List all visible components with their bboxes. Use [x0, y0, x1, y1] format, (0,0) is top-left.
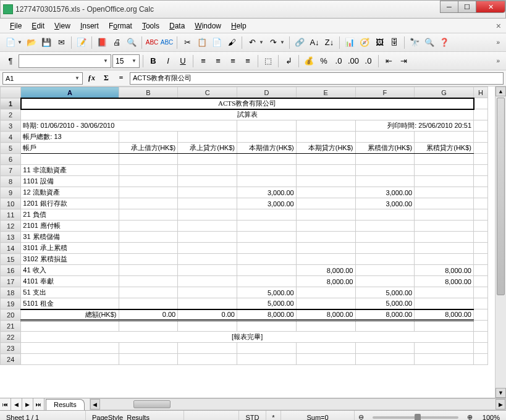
cell[interactable]: 0.00: [178, 309, 237, 321]
function-wizard-icon[interactable]: ƒx: [85, 72, 98, 85]
row-header[interactable]: 12: [1, 220, 21, 232]
cell[interactable]: 8,000.00: [296, 309, 355, 321]
menu-window[interactable]: Window: [190, 20, 226, 32]
cell[interactable]: [119, 265, 178, 276]
cell[interactable]: [415, 187, 474, 198]
sort-desc-icon[interactable]: Z↓: [323, 36, 336, 49]
cell[interactable]: 本期借方(HK$): [237, 143, 297, 154]
cell[interactable]: [178, 265, 237, 276]
cell[interactable]: [355, 154, 415, 165]
scroll-right-icon[interactable]: ▶: [495, 399, 505, 410]
cell[interactable]: 31 累積儲備: [21, 232, 119, 243]
cell[interactable]: 8,000.00: [237, 309, 297, 321]
zoom-value[interactable]: 100%: [476, 414, 506, 421]
cell[interactable]: 1101 設備: [21, 176, 119, 187]
cell[interactable]: [296, 176, 355, 187]
redo-dropdown[interactable]: ▼: [280, 40, 286, 45]
menu-file[interactable]: File: [5, 20, 27, 32]
cell[interactable]: 3102 累積損益: [21, 254, 119, 265]
cell[interactable]: [415, 287, 474, 298]
row-header[interactable]: 8: [1, 176, 21, 187]
row-header[interactable]: 17: [1, 276, 21, 287]
zoom-in-icon[interactable]: ⊕: [463, 413, 476, 420]
cell[interactable]: [355, 276, 415, 287]
cell[interactable]: [296, 287, 355, 298]
cell[interactable]: [415, 298, 474, 309]
redo-icon[interactable]: ↷: [266, 36, 280, 49]
cell[interactable]: 總額(HK$): [21, 309, 119, 321]
cell[interactable]: 承上貸方(HK$): [178, 143, 237, 154]
cell[interactable]: [355, 232, 415, 243]
cell[interactable]: [237, 220, 297, 232]
cell[interactable]: [355, 265, 415, 276]
undo-dropdown[interactable]: ▼: [259, 40, 265, 45]
cell[interactable]: [355, 165, 415, 176]
italic-icon[interactable]: I: [161, 54, 175, 68]
menu-view[interactable]: View: [49, 20, 75, 32]
row-header[interactable]: 10: [1, 198, 21, 209]
row-header[interactable]: 20: [1, 309, 21, 321]
gallery-icon[interactable]: 🖼: [373, 36, 386, 49]
zoom-slider[interactable]: [373, 416, 458, 419]
cell[interactable]: [296, 298, 355, 309]
row-header[interactable]: 9: [1, 187, 21, 198]
cell[interactable]: [237, 265, 297, 276]
cell[interactable]: 8,000.00: [355, 309, 415, 321]
cell[interactable]: 列印時間: 25/06/2010 20:51: [355, 120, 474, 132]
menu-insert[interactable]: Insert: [75, 20, 104, 32]
format-paint-icon[interactable]: 🖌: [225, 36, 238, 49]
styles-icon[interactable]: ¶: [4, 54, 17, 68]
row-header[interactable]: 3: [1, 120, 21, 132]
row-header[interactable]: 4: [1, 132, 21, 143]
cell[interactable]: 5,000.00: [237, 287, 297, 298]
cell[interactable]: [237, 243, 297, 254]
horizontal-scrollbar[interactable]: ◀ ▶: [90, 398, 506, 410]
cell[interactable]: [415, 232, 474, 243]
zoom-out-icon[interactable]: ⊖: [355, 413, 368, 420]
scroll-thumb[interactable]: [497, 98, 505, 295]
cell[interactable]: 承上借方(HK$): [119, 143, 178, 154]
cell[interactable]: 4101 奉獻: [21, 276, 119, 287]
col-header-D[interactable]: D: [237, 87, 297, 98]
sheet-tab-results[interactable]: Results: [46, 399, 85, 410]
cell[interactable]: [178, 176, 237, 187]
tab-first-icon[interactable]: ⏮: [0, 398, 11, 410]
col-header-E[interactable]: E: [296, 87, 355, 98]
cell[interactable]: [355, 209, 415, 220]
col-header-G[interactable]: G: [415, 87, 474, 98]
scroll-down-icon[interactable]: ▼: [495, 388, 506, 398]
tab-next-icon[interactable]: ▶: [22, 398, 33, 410]
datasource-icon[interactable]: 🗄: [387, 36, 401, 49]
align-left-icon[interactable]: ≡: [196, 54, 210, 68]
cell[interactable]: [415, 198, 474, 209]
cell[interactable]: 帳戶總數: 13: [21, 132, 119, 143]
maximize-button[interactable]: ☐: [458, 1, 476, 13]
number-icon[interactable]: .0: [332, 54, 345, 68]
status-mode[interactable]: STD: [239, 411, 266, 420]
cell-reference-box[interactable]: A1▼: [2, 72, 83, 85]
spreadsheet-grid[interactable]: A B C D E F G H 1ACTS教會有限公司 2試算表 3時期: 01…: [0, 86, 495, 398]
cell[interactable]: 3101 承上累積: [21, 243, 119, 254]
cell[interactable]: [119, 276, 178, 287]
row-header[interactable]: 6: [1, 154, 21, 165]
cell[interactable]: [296, 209, 355, 220]
cell[interactable]: [237, 254, 297, 265]
cell[interactable]: [355, 176, 415, 187]
cell[interactable]: [178, 165, 237, 176]
vertical-scrollbar[interactable]: ▲ ▼: [495, 86, 506, 398]
row-header[interactable]: 2: [1, 109, 21, 120]
cell[interactable]: [119, 287, 178, 298]
chart-icon[interactable]: 📊: [343, 36, 356, 49]
cell[interactable]: 41 收入: [21, 265, 119, 276]
navigator-icon[interactable]: 🧭: [358, 36, 371, 49]
cell[interactable]: [119, 243, 178, 254]
spellcheck-icon[interactable]: ABC: [145, 36, 159, 49]
cell[interactable]: [119, 176, 178, 187]
row-header[interactable]: 15: [1, 254, 21, 265]
find-icon[interactable]: 🔭: [408, 36, 421, 49]
menu-help[interactable]: Help: [226, 20, 251, 32]
scroll-up-icon[interactable]: ▲: [495, 86, 506, 96]
toolbar-expand-2[interactable]: »: [494, 57, 502, 64]
cell[interactable]: [178, 209, 237, 220]
cell[interactable]: [178, 198, 237, 209]
